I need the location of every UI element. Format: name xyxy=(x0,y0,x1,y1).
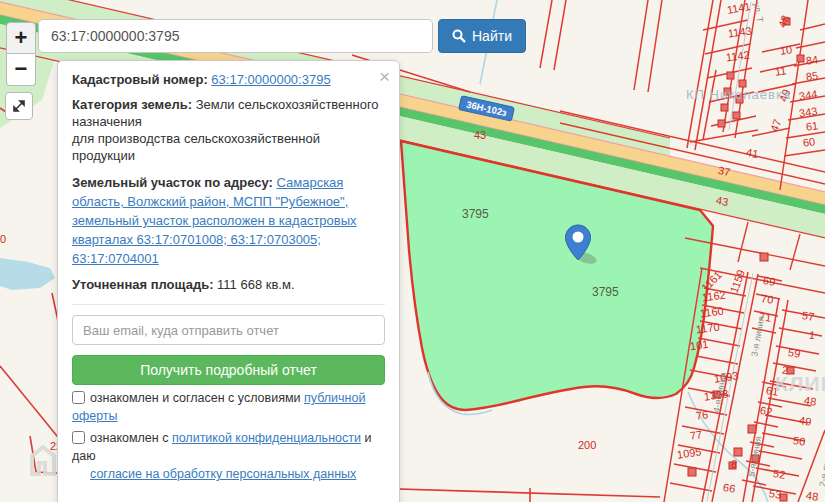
privacy-policy-link[interactable]: политикой конфиденциальности xyxy=(172,431,361,445)
search-bar: Найти xyxy=(38,19,526,53)
zoom-in-button[interactable]: + xyxy=(6,22,36,54)
offer-consent-text: ознакомлен и согласен с условиями xyxy=(90,391,304,405)
map-label: 84 xyxy=(805,54,819,67)
map-label: 48 xyxy=(803,395,817,408)
map-label: 3795 xyxy=(592,286,619,298)
privacy-consent-row: ознакомлен с политикой конфиденциальност… xyxy=(72,429,385,483)
map-label: 77 xyxy=(689,429,703,442)
cadastral-number-row: Кадастровый номер: 63:17:0000000:3795 xyxy=(72,72,385,87)
parcel-info-popup: × Кадастровый номер: 63:17:0000000:3795 … xyxy=(57,60,400,502)
get-report-button[interactable]: Получить подробный отчет xyxy=(72,355,385,385)
map-label: 52 xyxy=(772,468,786,481)
area-label: Уточненная площадь: xyxy=(72,277,217,292)
email-input[interactable] xyxy=(72,315,385,345)
map-label: 10 xyxy=(779,44,793,57)
privacy-consent-text1: ознакомлен с xyxy=(90,431,172,445)
cadastral-number-label: Кадастровый номер: xyxy=(72,72,211,87)
area-value: 111 668 кв.м. xyxy=(217,277,294,292)
map-label: 49 xyxy=(798,415,812,428)
popup-footer-links: Детали отчета и юридическая информация Р… xyxy=(72,497,385,502)
map-label: 53 xyxy=(768,488,782,501)
map-label: КП Николаевка xyxy=(686,88,791,101)
expand-arrows-icon xyxy=(11,98,27,114)
offer-consent-row: ознакомлен и согласен с условиями публич… xyxy=(72,389,385,425)
search-button[interactable]: Найти xyxy=(438,19,526,53)
map-label: 66 xyxy=(722,482,736,495)
map-label: 76 xyxy=(695,409,709,422)
map-label: 43 xyxy=(474,130,486,141)
map-label: 41 xyxy=(745,147,759,160)
cadastral-number-link[interactable]: 63:17:0000000:3795 xyxy=(211,72,330,87)
map-label: 60 xyxy=(802,136,816,149)
map-label: 11 xyxy=(774,65,787,77)
divider xyxy=(72,304,385,305)
map-label: 37 xyxy=(717,165,731,178)
privacy-consent-checkbox[interactable] xyxy=(72,431,85,444)
map-label: 200 xyxy=(578,440,596,451)
map-label: 59 xyxy=(787,347,801,360)
area-row: Уточненная площадь: 111 668 кв.м. xyxy=(72,277,385,292)
map-label: 3795 xyxy=(462,208,489,220)
land-category-label: Категория земель: xyxy=(72,97,196,112)
zoom-out-button[interactable]: − xyxy=(6,54,36,86)
search-button-label: Найти xyxy=(472,28,512,44)
report-details-link[interactable]: Детали отчета и юридическая информация xyxy=(97,497,359,502)
cadastral-map-app: 1141114311424810118485344343616049474341… xyxy=(0,0,825,502)
domklik-logo-icon xyxy=(26,444,60,478)
map-label: 43 xyxy=(715,195,729,208)
cadastral-search-input[interactable] xyxy=(38,19,433,53)
search-icon xyxy=(452,29,466,43)
fullscreen-button[interactable] xyxy=(5,92,33,120)
map-label: 50 xyxy=(792,435,806,448)
offer-consent-checkbox[interactable] xyxy=(72,391,85,404)
map-label: 70 xyxy=(760,293,774,306)
map-label: 57 xyxy=(801,310,815,323)
personal-data-link[interactable]: согласие на обработку персональных данны… xyxy=(90,467,356,481)
location-pin-icon[interactable] xyxy=(564,224,604,270)
watermark-fragment: КЛИК xyxy=(775,372,825,396)
close-icon[interactable]: × xyxy=(379,67,390,86)
map-label: 62 xyxy=(759,405,773,418)
map-label: 69 xyxy=(762,275,776,288)
address-label: Земельный участок по адресу: xyxy=(72,175,276,190)
address-row: Земельный участок по адресу: Самарская о… xyxy=(72,173,385,268)
map-label: 61 xyxy=(805,120,819,133)
map-label: 30 xyxy=(0,234,6,245)
land-category-row: Категория земель: Земли сельскохозяйстве… xyxy=(72,96,385,164)
map-label: 48 xyxy=(805,490,819,502)
map-label: 85 xyxy=(805,70,819,83)
zoom-controls: + − xyxy=(6,22,36,86)
land-category-note: для производства сельскохозяйственной пр… xyxy=(72,131,320,163)
